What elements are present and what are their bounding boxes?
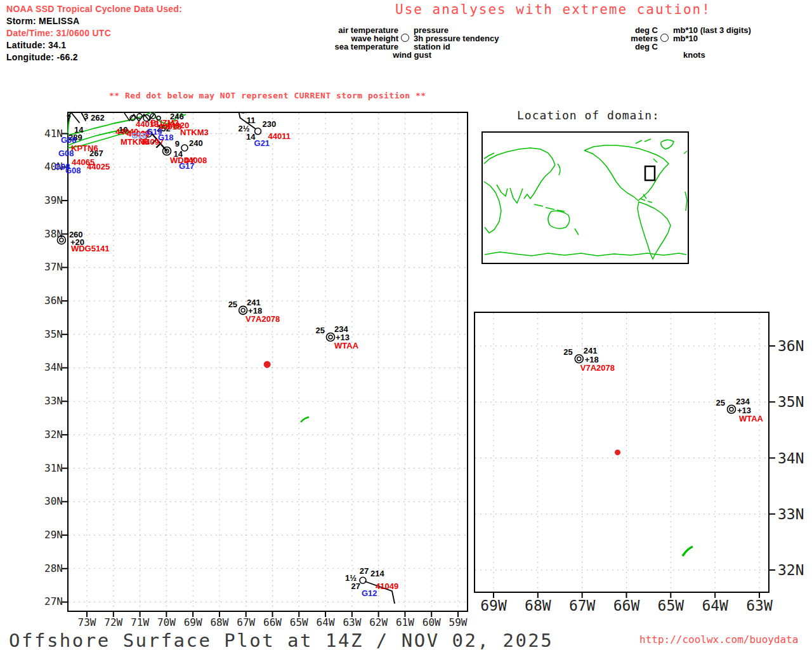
station-label: 44011 — [268, 131, 291, 141]
station-label: 230 — [263, 119, 277, 129]
inset-x-tick-label: 65W — [658, 597, 684, 614]
station-nw-barb-station: 73262 — [67, 112, 105, 123]
inset-y-tick-label: 34N — [778, 450, 804, 467]
main-x-tick-label: 68W — [210, 616, 228, 628]
station-label: G12 — [362, 588, 377, 598]
bermuda-inset-map — [683, 547, 693, 556]
world-locator-map — [482, 132, 688, 263]
station-41049: 271½2721441049G12 — [345, 566, 398, 603]
station-label: WTAA — [334, 341, 359, 350]
station-label: 262 — [91, 113, 105, 123]
plot-title: Offshore Surface Plot at 14Z / NOV 02, 2… — [9, 630, 553, 650]
satellite-tag: G18 — [158, 133, 174, 142]
main-y-tick-label: 30N — [44, 495, 63, 507]
map-grids: 73W72W71W70W69W68W67W66W65W64W63W62W61W6… — [44, 112, 804, 628]
main-x-tick-label: 61W — [396, 616, 414, 628]
main-map-frame: 73W72W71W70W69W68W67W66W65W64W63W62W61W6… — [44, 112, 468, 628]
main-x-tick-label: 62W — [369, 616, 388, 628]
inset-y-tick-label: 36N — [778, 338, 804, 354]
main-x-tick-label: 71W — [131, 616, 149, 628]
main-y-tick-label: 28N — [44, 562, 63, 574]
station-label: 41049 — [376, 581, 398, 591]
inset-x-tick-label: 63W — [746, 597, 773, 614]
satellite-tag: G18 — [131, 131, 147, 140]
station-label: WDG5141 — [71, 244, 110, 253]
station-label: 25 — [228, 300, 237, 309]
main-x-tick-label: 67W — [237, 616, 255, 628]
station-label: 27 — [351, 581, 360, 591]
offshore-surface-plot-page: NOAA SSD Tropical Cyclone Data Used: Sto… — [0, 0, 812, 650]
station-label: 240 — [189, 138, 203, 148]
satellite-tag: G08 — [65, 166, 81, 175]
inset-x-tick-label: 68W — [525, 597, 551, 614]
main-y-tick-label: 29N — [44, 529, 63, 541]
station-44011: 112½1423044011G21 — [238, 112, 291, 148]
station-label: 7 — [67, 114, 71, 123]
main-x-tick-label: 70W — [157, 616, 176, 628]
main-y-tick-label: 27N — [44, 595, 63, 607]
station-label: WTAA — [739, 414, 764, 423]
station-WTAA-inset: 25234+13WTAA — [716, 397, 764, 423]
station-label: 25 — [716, 398, 725, 408]
station-id-label: NTKM3 — [180, 128, 209, 137]
station-WTAA: 25234+13WTAA — [316, 324, 359, 350]
main-y-tick-label: 41N — [44, 128, 63, 140]
station-storm-dot-main — [264, 361, 271, 368]
main-x-tick-label: 59W — [449, 616, 468, 628]
satellite-tag: G08 — [58, 149, 74, 158]
main-x-tick-label: 73W — [78, 616, 96, 628]
station-label: 27 — [360, 566, 369, 576]
station-label: 241 — [584, 346, 598, 355]
station-label: 234 — [736, 397, 750, 406]
inset-x-tick-label: 69W — [480, 597, 507, 614]
station-label: V7A2078 — [580, 363, 615, 373]
main-x-tick-label: 66W — [263, 616, 282, 628]
inset-x-tick-label: 67W — [569, 597, 596, 614]
station-label: 25 — [316, 326, 325, 335]
inset-map-frame: 69W68W67W66W65W64W63W36N35N34N33N32N — [475, 312, 804, 614]
main-y-tick-label: 33N — [44, 395, 63, 407]
station-label: G21 — [254, 138, 270, 148]
source-url: http://coolwx.com/buoydata — [639, 633, 798, 646]
station-V7A2078-inset: 25241+18V7A2078 — [563, 346, 615, 373]
station-id-label: 44025 — [87, 162, 110, 171]
main-x-tick-label: 63W — [343, 616, 361, 628]
main-x-tick-label: 65W — [290, 616, 308, 628]
inset-y-tick-label: 32N — [778, 562, 804, 578]
satellite-tag: G08 — [61, 135, 77, 145]
inset-x-tick-label: 66W — [613, 597, 640, 614]
main-y-tick-label: 34N — [44, 361, 63, 373]
main-y-tick-label: 37N — [44, 261, 63, 273]
main-y-tick-label: 31N — [44, 462, 63, 474]
station-label: 9 — [175, 139, 180, 149]
station-label: V7A2078 — [246, 314, 280, 324]
station-label: 25 — [563, 347, 572, 357]
station-label: 214 — [370, 569, 384, 578]
map-plot-canvas: 73W72W71W70W69W68W67W66W65W64W63W62W61W6… — [0, 0, 812, 650]
main-y-tick-label: 32N — [44, 428, 63, 441]
main-y-tick-label: 35N — [44, 328, 63, 340]
station-label: 3 — [84, 112, 88, 121]
main-y-tick-label: 36N — [44, 295, 63, 307]
inset-y-tick-label: 33N — [778, 506, 804, 522]
inset-y-tick-label: 35N — [778, 394, 804, 410]
main-y-tick-label: 39N — [44, 194, 63, 206]
main-x-tick-label: 64W — [317, 616, 335, 628]
inset-x-tick-label: 64W — [702, 597, 728, 614]
main-y-tick-label: 38N — [44, 228, 63, 240]
station-id-label: KPTN6 — [71, 143, 98, 153]
main-x-tick-label: 60W — [422, 616, 441, 628]
main-x-tick-label: 69W — [184, 616, 202, 628]
bermuda-main-map — [301, 417, 309, 422]
station-storm-dot-inset — [615, 449, 620, 455]
main-x-tick-label: 72W — [104, 616, 122, 628]
satellite-tag: G17 — [179, 161, 195, 171]
